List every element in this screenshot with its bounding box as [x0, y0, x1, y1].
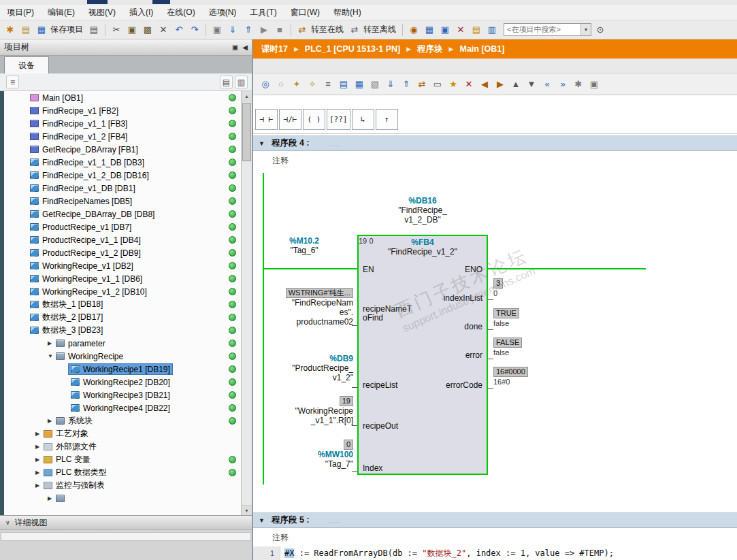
split-vertical-icon[interactable]: ▥	[485, 23, 499, 37]
pin-errorCode[interactable]: errorCode	[446, 380, 482, 390]
tree-item[interactable]: FindRecipe_v1_1_DB [DB3]	[4, 156, 241, 169]
tree-item[interactable]: WorkingRecipe1 [DB19]	[4, 363, 241, 376]
start-cpu-icon[interactable]: ▶	[257, 23, 271, 37]
tree-item[interactable]: GetRecipe_DBArray_DB [DB8]	[4, 208, 241, 220]
tree-item[interactable]: 数据块_2 [DB17]	[4, 311, 241, 324]
copy-icon[interactable]: ▣	[125, 23, 139, 37]
tab-devices[interactable]: 设备	[4, 56, 49, 73]
pin-error[interactable]: error	[465, 350, 482, 360]
chevron-right-icon[interactable]: ▶	[35, 444, 44, 450]
monitoring-on-icon[interactable]: ◎	[259, 78, 272, 91]
menu-item[interactable]: 插入(I)	[122, 5, 160, 20]
split-horizontal-icon[interactable]: ▤	[470, 23, 483, 37]
breadcrumb-item[interactable]: 程序块	[417, 44, 443, 55]
chevron-right-icon[interactable]: ▶	[35, 431, 44, 437]
delete-icon[interactable]: ✕	[157, 23, 170, 37]
apply-snapshot-icon[interactable]: ✧	[306, 78, 319, 91]
menu-item[interactable]: 工具(T)	[243, 5, 283, 20]
breadcrumb-item[interactable]: 课时17	[261, 44, 288, 55]
close-branch-button[interactable]: ↑	[376, 109, 398, 130]
menu-item[interactable]: 窗口(W)	[284, 5, 327, 20]
save-project-button[interactable]: ▦	[35, 23, 48, 37]
breadcrumb-item[interactable]: PLC_1 [CPU 1513-1 PN]	[305, 44, 400, 54]
tree-item[interactable]: ▶外部源文件	[4, 440, 241, 453]
collapse-network-icon[interactable]: ▼	[259, 517, 265, 524]
diagnostics-icon[interactable]: ◉	[407, 23, 421, 37]
go-online-button[interactable]: ⇄	[295, 23, 309, 37]
menu-item[interactable]: 视图(V)	[82, 5, 122, 20]
chevron-right-icon[interactable]: ▶	[48, 495, 56, 501]
prev-error-icon[interactable]: ◀	[478, 78, 491, 91]
chevron-right-icon[interactable]: ▶	[35, 457, 44, 463]
open-project-icon[interactable]: ▤	[19, 23, 33, 37]
chevron-right-icon[interactable]: ▶	[35, 482, 44, 489]
favorites-icon[interactable]: ★	[446, 78, 460, 91]
scl-code-row[interactable]: 1 #X := ReadFromArrayDB(db := "数据块_2", i…	[253, 546, 737, 560]
tree-item[interactable]: ▶parameter	[4, 337, 241, 350]
scl-code-line[interactable]: #X := ReadFromArrayDB(db := "数据块_2", ind…	[284, 546, 614, 560]
accessible-devices-icon[interactable]: ▦	[423, 23, 436, 37]
pin-indexInList[interactable]: indexInList	[444, 293, 482, 303]
tree-item[interactable]: WorkingRecipe_v1 [DB2]	[4, 259, 241, 272]
tree-item[interactable]: ▶系统块	[4, 414, 241, 427]
tree-item[interactable]: WorkingRecipe3 [DB21]	[4, 389, 241, 401]
tree-item[interactable]: ▼WorkingRecipe	[4, 350, 241, 363]
tree-item[interactable]: ▶工艺对象	[4, 427, 241, 440]
search-icon[interactable]: ⊙	[593, 23, 607, 37]
collapse-network-icon[interactable]: ▼	[259, 140, 265, 147]
menu-item[interactable]: 帮助(H)	[327, 5, 368, 20]
breadcrumb-item[interactable]: Main [OB1]	[460, 44, 505, 54]
tree-item[interactable]: 数据块_1 [DB18]	[4, 298, 241, 311]
pin-recipeOut[interactable]: recipeOut	[363, 421, 398, 431]
network5-comment[interactable]: 注释	[272, 532, 289, 544]
open-block-icon[interactable]: ▥	[235, 76, 248, 88]
collapse-panel-icon[interactable]: ◀	[242, 44, 248, 51]
instance-db-label[interactable]: %DB16 "FindRecipe_ v1_2_DB"	[357, 196, 488, 225]
menu-item[interactable]: 在线(O)	[160, 5, 201, 20]
tree-item[interactable]: FindRecipe_v1_1 [FB3]	[4, 117, 241, 130]
tree-item[interactable]: ▶PLC 数据类型	[4, 466, 241, 479]
tree-item[interactable]: WorkingRecipe4 [DB22]	[4, 401, 241, 414]
download-icon[interactable]: ⇓	[384, 78, 397, 91]
snapshot-icon[interactable]: ✦	[290, 78, 304, 91]
delete-network-icon[interactable]: ✕	[462, 78, 476, 91]
project-tree-scrollbar[interactable]: ▲ ▼	[241, 91, 252, 515]
pin-en[interactable]: EN	[363, 265, 374, 274]
goto-next-icon[interactable]: »	[556, 78, 570, 91]
network4-comment[interactable]: 注释	[272, 155, 289, 167]
download-to-device-icon[interactable]: ⇓	[226, 23, 240, 37]
tree-item[interactable]: WorkingRecipe2 [DB20]	[4, 376, 241, 389]
tree-item[interactable]: ProductRecipe_v1 [DB7]	[4, 220, 241, 233]
tree-item[interactable]: FindRecipe_v1_2 [FB4]	[4, 130, 241, 143]
insert-comment-icon[interactable]: ▧	[368, 78, 382, 91]
scrollbar-thumb[interactable]	[242, 103, 251, 161]
sync-online-icon[interactable]: ⇄	[415, 78, 429, 91]
upload-icon[interactable]: ⇑	[399, 78, 413, 91]
tree-item[interactable]: ProductRecipe_v1_2 [DB9]	[4, 246, 241, 259]
pin-recipeNameToFind-line2[interactable]: oFind	[363, 313, 383, 323]
normally-open-contact-button[interactable]: ⊣ ⊢	[255, 109, 278, 130]
recipeNameToFind-operand[interactable]: WSTRING#'纯生... "FindRecipeNam es". produ…	[253, 288, 353, 327]
absolute-symbolic-toggle-icon[interactable]: ▭	[431, 78, 444, 91]
coil-button[interactable]: ( )	[303, 109, 325, 130]
pin-done[interactable]: done	[464, 322, 482, 331]
network5-header[interactable]: ▼ 程序段 5 : ....	[253, 512, 737, 528]
format-network-icon[interactable]: ≡	[321, 78, 335, 91]
upload-from-device-icon[interactable]: ⇑	[242, 23, 255, 37]
normally-closed-contact-button[interactable]: ⊣/⊢	[279, 109, 301, 130]
recipeList-operand[interactable]: %DB9 "ProductRecipe_ v1_2"	[253, 354, 353, 382]
device-overview-icon[interactable]: ≡	[6, 76, 19, 88]
pin-recipeNameToFind[interactable]: recipeNameT	[363, 304, 412, 314]
network4-header[interactable]: ▼ 程序段 4 : ....	[253, 135, 737, 151]
chevron-right-icon[interactable]: ▶	[48, 418, 56, 424]
fb-call-block[interactable]: %FB4 "FindRecipe_v1_2" EN ENO recipeName…	[357, 235, 488, 475]
maximize-panel-icon[interactable]: ▣	[232, 44, 238, 51]
tree-item[interactable]: ▶监控与强制表	[4, 479, 241, 492]
project-search-input[interactable]	[504, 24, 580, 35]
scroll-down-icon[interactable]: ▼	[242, 505, 252, 515]
monitoring-pause-icon[interactable]: ○	[274, 78, 288, 91]
empty-box-button[interactable]: [??]	[327, 109, 350, 130]
tree-item[interactable]: 数据块_3 [DB23]	[4, 324, 241, 337]
chevron-right-icon[interactable]: ▶	[35, 470, 44, 476]
go-online-button-label[interactable]: 转至在线	[311, 24, 344, 35]
